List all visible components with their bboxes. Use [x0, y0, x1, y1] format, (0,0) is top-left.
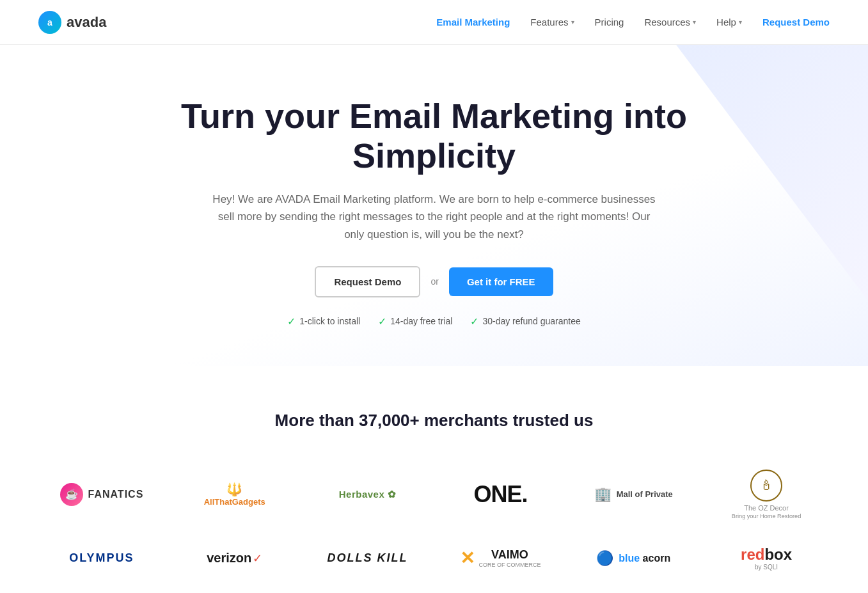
check-install-label: 1-click to install	[299, 316, 360, 326]
chevron-down-icon: ▾	[571, 19, 574, 26]
merchants-section: More than 37,000+ merchants trusted us ☕…	[0, 366, 868, 593]
hero-features: ✓ 1-click to install ✓ 14-day free trial…	[38, 315, 830, 328]
brand-blue-acorn: 🔵 blue acorn	[570, 533, 697, 584]
hero-subtext: Hey! We are AVADA Email Marketing platfo…	[210, 191, 658, 243]
nav-help[interactable]: Help ▾	[716, 17, 742, 28]
brand-olympus: OLYMPUS	[38, 533, 165, 584]
brand-redbox: redbox by SQLI	[703, 533, 830, 584]
chevron-down-icon: ▾	[693, 19, 696, 26]
check-trial: ✓ 14-day free trial	[378, 315, 452, 328]
vaimo-sub-label: CORE OF COMMERCE	[478, 562, 541, 568]
brand-one: ONE.	[437, 469, 564, 520]
vaimo-label: VAIMO	[478, 548, 541, 562]
oz-label: The OZ DecorBring your Home Restored	[732, 504, 801, 519]
verizon-label: verizon	[207, 551, 251, 565]
brand-oz-decor: 🕯 The OZ DecorBring your Home Restored	[703, 469, 830, 520]
mop-icon: 🏢	[594, 486, 612, 503]
nav-request-demo[interactable]: Request Demo	[762, 17, 830, 28]
hero-headline: Turn your Email Marketing into Simplicit…	[146, 96, 722, 175]
nav-resources[interactable]: Resources ▾	[644, 17, 696, 28]
hero-cta-buttons: Request Demo or Get it for FREE	[38, 266, 830, 297]
nav-pricing[interactable]: Pricing	[595, 17, 624, 28]
mop-label: Mall of Private	[617, 489, 673, 499]
brand-fanatics: ☕ FANATICS	[38, 469, 165, 520]
olympus-label: OLYMPUS	[69, 551, 134, 565]
oz-icon: 🕯	[750, 470, 782, 502]
check-trial-label: 14-day free trial	[390, 316, 452, 326]
checkmark-icon: ✓	[378, 315, 386, 328]
brand-logos-grid: ☕ FANATICS 🔱 AllThatGadgets Herbavex ✿ O…	[38, 469, 830, 584]
logo-icon: a	[38, 11, 61, 34]
herbavex-label: Herbavex ✿	[339, 489, 397, 500]
checkmark-icon: ✓	[287, 315, 296, 328]
nav-features[interactable]: Features ▾	[530, 17, 574, 28]
fanatics-icon: ☕	[60, 483, 83, 506]
fanatics-label: FANATICS	[88, 489, 144, 500]
atg-label: AllThatGadgets	[204, 497, 265, 507]
nav-links: Email Marketing Features ▾ Pricing Resou…	[436, 17, 830, 28]
redbox-label: redbox	[741, 546, 792, 564]
ba-icon: 🔵	[596, 550, 613, 567]
brand-name: avada	[67, 14, 106, 31]
brand-verizon: verizon ✓	[171, 533, 298, 584]
atg-icon: 🔱	[204, 482, 265, 497]
check-refund: ✓ 30-day refund guarantee	[470, 315, 580, 328]
checkmark-icon: ✓	[470, 315, 478, 328]
get-free-button[interactable]: Get it for FREE	[449, 267, 553, 296]
check-refund-label: 30-day refund guarantee	[482, 316, 580, 326]
one-label: ONE.	[473, 481, 527, 508]
brand-dolls-kill: DOLLS KILL	[304, 533, 431, 584]
ba-label: blue acorn	[619, 553, 670, 564]
chevron-down-icon: ▾	[739, 19, 742, 26]
button-separator: or	[430, 276, 438, 287]
navbar: a avada Email Marketing Features ▾ Prici…	[0, 0, 868, 45]
brand-vaimo: ✕ VAIMO CORE OF COMMERCE	[437, 533, 564, 584]
nav-email-marketing[interactable]: Email Marketing	[436, 17, 510, 28]
check-install: ✓ 1-click to install	[287, 315, 360, 328]
brand-allthatgadgets: 🔱 AllThatGadgets	[171, 469, 298, 520]
vaimo-x-icon: ✕	[460, 548, 475, 569]
verizon-checkmark-icon: ✓	[253, 551, 262, 565]
logo[interactable]: a avada	[38, 11, 106, 34]
brand-herbavex: Herbavex ✿	[304, 469, 431, 520]
redbox-sub-label: by SQLI	[755, 564, 778, 571]
dollskill-label: DOLLS KILL	[327, 551, 408, 565]
hero-section: Turn your Email Marketing into Simplicit…	[0, 45, 868, 366]
merchants-headline: More than 37,000+ merchants trusted us	[38, 411, 830, 431]
brand-mall-of-private: 🏢 Mall of Private	[570, 469, 697, 520]
request-demo-button[interactable]: Request Demo	[315, 266, 420, 297]
